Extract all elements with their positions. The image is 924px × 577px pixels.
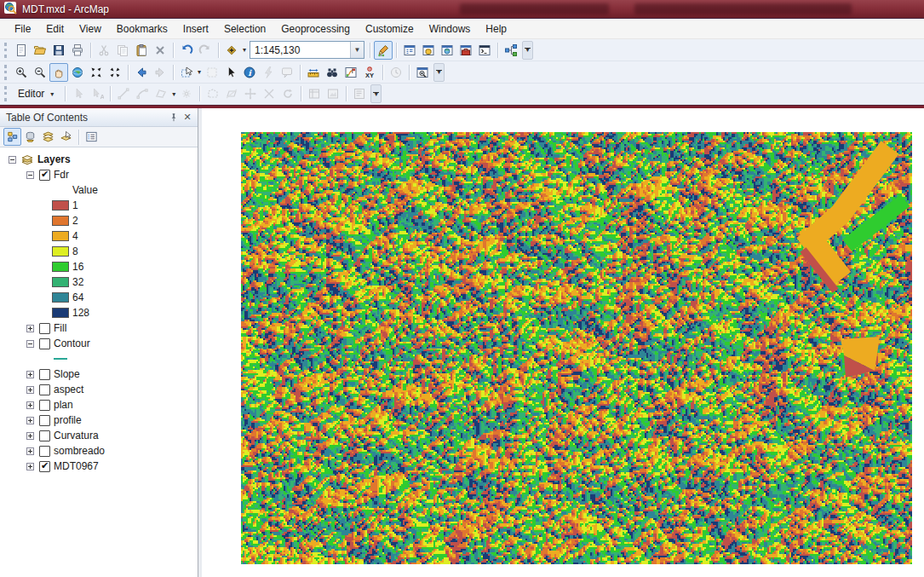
collapse-toggle[interactable] [9,156,16,164]
go-to-xy-button[interactable]: XY [360,63,379,82]
layer-label[interactable]: aspect [50,384,83,395]
layer-visibility-checkbox[interactable] [39,170,50,181]
table-of-contents-button[interactable] [400,41,419,60]
find-route-button[interactable] [341,63,360,82]
catalog-button[interactable] [419,41,438,60]
legend-swatch[interactable] [52,246,69,257]
map-scale-combo[interactable]: 1:145,130▼ [250,41,364,59]
find-button[interactable] [323,63,341,82]
layer-visibility-checkbox[interactable] [39,461,50,472]
line-symbol-swatch[interactable] [54,358,67,360]
list-by-drawing-order-button[interactable] [3,128,21,146]
zoom-out-button[interactable] [31,63,49,82]
select-elements-button[interactable] [221,63,240,82]
full-extent-button[interactable] [68,63,87,82]
layer-label[interactable]: sombreado [50,445,105,457]
print-button[interactable] [68,41,87,60]
add-data-button[interactable] [222,41,241,60]
attributes-button[interactable] [305,84,324,103]
paste-button[interactable] [132,41,151,60]
map-scale-value[interactable]: 1:145,130 [250,44,350,56]
expand-toggle[interactable] [26,371,34,378]
pin-icon[interactable] [167,111,181,124]
legend-swatch[interactable] [52,277,69,287]
chevron-down-icon[interactable]: ▼ [350,42,364,58]
toolbar-grip[interactable] [4,86,9,101]
expand-toggle[interactable] [26,401,34,409]
layer-visibility-checkbox[interactable] [39,400,50,411]
layer-label[interactable]: Fill [50,322,66,334]
legend-swatch[interactable] [52,200,69,211]
menu-geoprocessing[interactable]: Geoprocessing [273,20,358,38]
expand-toggle[interactable] [26,325,34,332]
layer-visibility-checkbox[interactable] [39,338,50,349]
time-slider-button[interactable] [387,63,405,82]
menu-view[interactable]: View [72,20,109,38]
straight-segment-button[interactable] [114,84,133,103]
open-button[interactable] [31,41,49,60]
list-by-source-button[interactable] [21,128,39,146]
menu-bookmarks[interactable]: Bookmarks [109,20,175,38]
toolbar-grip[interactable] [4,65,9,80]
new-map-button[interactable] [12,41,31,60]
trace-tool-button[interactable] [152,84,170,103]
cut-button[interactable] [95,41,113,60]
forward-extent-button[interactable] [151,63,169,82]
chevron-down-icon[interactable]: ▾ [196,68,203,76]
layer-visibility-checkbox[interactable] [39,415,50,426]
sketch-properties-button[interactable] [324,84,342,103]
legend-swatch[interactable] [52,262,69,272]
measure-button[interactable] [304,63,323,82]
layer-visibility-checkbox[interactable] [39,323,50,334]
list-by-selection-button[interactable] [57,128,75,146]
legend-swatch[interactable] [52,292,69,303]
fixed-zoom-out-button[interactable] [106,63,124,82]
chevron-down-icon[interactable]: ▾ [241,46,248,54]
pan-button[interactable] [49,63,68,82]
move-button[interactable] [241,84,260,103]
copy-button[interactable] [113,41,132,60]
menu-edit[interactable]: Edit [38,20,72,38]
menu-file[interactable]: File [7,20,38,38]
menu-help[interactable]: Help [478,20,514,38]
edit-tool-button[interactable] [69,84,88,103]
layer-label[interactable]: Layers [34,153,71,165]
cut-polygons-button[interactable] [222,84,241,103]
layer-visibility-checkbox[interactable] [39,446,50,457]
chevron-down-icon[interactable]: ▾ [170,90,177,98]
toolbar-grip[interactable] [4,43,9,58]
close-icon[interactable]: ✕ [181,111,194,124]
split-button[interactable] [260,84,278,103]
point-tool-button[interactable] [177,84,196,103]
expand-toggle[interactable] [26,386,34,394]
layer-visibility-checkbox[interactable] [39,430,50,441]
arctoolbox-button[interactable] [456,41,475,60]
modelbuilder-button[interactable] [502,41,520,60]
expand-toggle[interactable] [26,447,34,455]
layer-label[interactable]: Slope [50,368,80,380]
identify-button[interactable]: i [240,63,259,82]
edit-annotation-button[interactable]: A [88,84,106,103]
viewer-window-button[interactable] [413,63,432,82]
toc-options-button[interactable] [83,128,100,146]
legend-swatch[interactable] [52,231,69,241]
redo-button[interactable] [196,41,215,60]
legend-swatch[interactable] [52,308,69,318]
arc-segment-button[interactable] [133,84,152,103]
reshape-button[interactable] [204,84,222,103]
layer-visibility-checkbox[interactable] [39,384,50,395]
zoom-in-button[interactable] [12,63,31,82]
layer-label[interactable]: Fdr [50,169,69,181]
undo-button[interactable] [177,41,196,60]
python-button[interactable] [475,41,494,60]
delete-button[interactable] [151,41,169,60]
menu-insert[interactable]: Insert [175,20,216,38]
layer-label[interactable]: Curvatura [50,430,99,441]
select-features-button[interactable] [177,63,196,82]
arcmap-app-icon[interactable] [0,1,17,17]
editor-menu-button[interactable]: Editor▾ [12,85,61,103]
layer-label[interactable]: plan [50,399,73,411]
layer-label[interactable]: Contour [50,338,90,349]
search-button[interactable] [438,41,456,60]
rotate-button[interactable] [278,84,297,103]
